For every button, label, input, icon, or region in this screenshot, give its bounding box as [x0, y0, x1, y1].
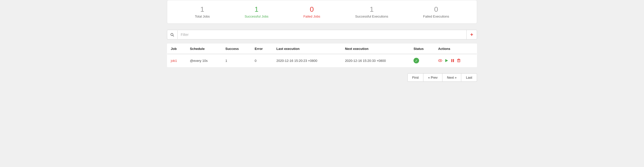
svg-rect-5 — [451, 59, 452, 62]
last-page-button[interactable]: Last — [461, 73, 477, 82]
cell-job: job1 — [167, 54, 187, 67]
col-status: Status — [410, 44, 435, 54]
successful-jobs-value: 1 — [255, 5, 259, 13]
total-jobs-value: 1 — [200, 5, 204, 13]
svg-rect-6 — [453, 59, 454, 62]
jobs-table: Job Schedule Success Error Last executio… — [167, 44, 477, 67]
successful-jobs-label: Successful Jobs — [244, 15, 268, 18]
filter-input[interactable] — [178, 31, 466, 39]
job-link[interactable]: job1 — [171, 59, 177, 63]
status-success-icon: ✓ — [413, 58, 419, 63]
col-schedule: Schedule — [186, 44, 222, 54]
delete-icon[interactable] — [457, 59, 461, 63]
col-error: Error — [251, 44, 273, 54]
filter-bar: + — [167, 30, 477, 39]
cell-next-execution: 2020-12-16 15:20:33 +0800 — [341, 54, 410, 67]
stat-successful-jobs: 1 Successful Jobs — [244, 5, 268, 18]
first-page-button[interactable]: First — [407, 73, 423, 82]
search-icon — [170, 32, 174, 37]
total-jobs-label: Total Jobs — [195, 15, 210, 18]
search-icon-wrapper — [167, 30, 178, 39]
svg-marker-4 — [445, 59, 448, 62]
cell-last-execution: 2020-12-16 15:20:23 +0800 — [273, 54, 342, 67]
failed-jobs-value: 0 — [310, 5, 314, 13]
cell-status: ✓ — [410, 54, 435, 67]
svg-rect-7 — [457, 60, 460, 62]
successful-executions-value: 1 — [370, 5, 374, 13]
stat-failed-executions: 0 Failed Executions — [423, 5, 449, 18]
failed-executions-label: Failed Executions — [423, 15, 449, 18]
stat-failed-jobs: 0 Failed Jobs — [303, 5, 320, 18]
table-row: job1 @every 10s 1 0 2020-12-16 15:20:23 … — [167, 54, 477, 67]
cell-success: 1 — [222, 54, 251, 67]
run-icon[interactable] — [445, 59, 448, 62]
stat-total-jobs: 1 Total Jobs — [195, 5, 210, 18]
add-job-button[interactable]: + — [466, 30, 477, 39]
stat-successful-executions: 1 Successful Executions — [355, 5, 388, 18]
successful-executions-label: Successful Executions — [355, 15, 388, 18]
pagination: First « Prev Next » Last — [167, 73, 477, 82]
actions-group — [438, 59, 473, 63]
failed-jobs-label: Failed Jobs — [303, 15, 320, 18]
pause-icon[interactable] — [451, 59, 454, 62]
table-header-row: Job Schedule Success Error Last executio… — [167, 44, 477, 54]
svg-point-3 — [440, 60, 441, 61]
cell-schedule: @every 10s — [186, 54, 222, 67]
col-actions: Actions — [435, 44, 477, 54]
col-success: Success — [222, 44, 251, 54]
svg-point-0 — [171, 33, 173, 36]
prev-page-button[interactable]: « Prev — [423, 73, 442, 82]
col-next-execution: Next execution — [341, 44, 410, 54]
svg-line-1 — [173, 35, 174, 36]
cell-error: 0 — [251, 54, 273, 67]
stats-card: 1 Total Jobs 1 Successful Jobs 0 Failed … — [167, 0, 477, 24]
view-icon[interactable] — [438, 59, 442, 63]
col-job: Job — [167, 44, 187, 54]
col-last-execution: Last execution — [273, 44, 342, 54]
next-page-button[interactable]: Next » — [442, 73, 462, 82]
cell-actions — [435, 54, 477, 67]
failed-executions-value: 0 — [434, 5, 438, 13]
